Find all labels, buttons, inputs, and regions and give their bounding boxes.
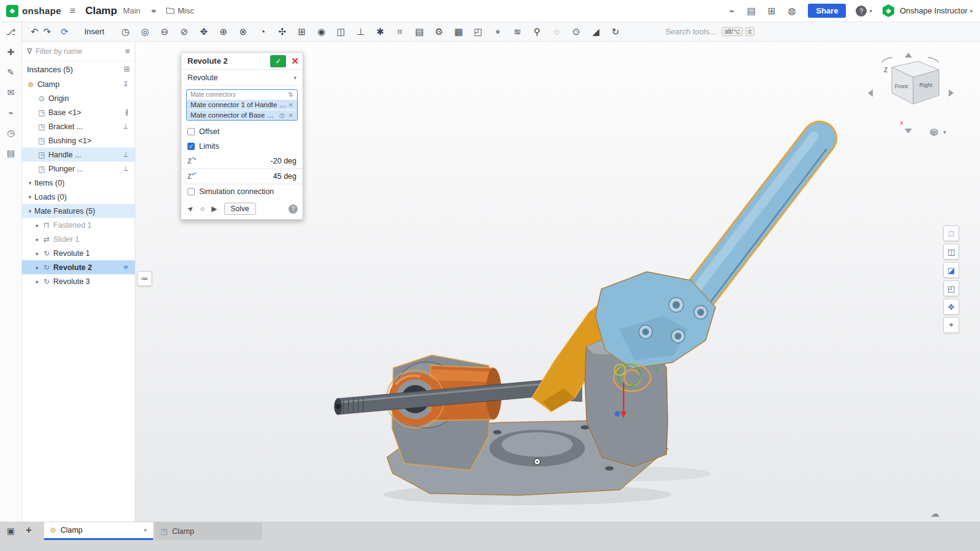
tool-icon[interactable]: ⊕ bbox=[218, 26, 228, 37]
accept-button[interactable]: ✓ bbox=[270, 55, 286, 67]
mate-connector-status-icon[interactable]: ⊥ bbox=[123, 122, 129, 130]
dialog-help-icon[interactable]: ? bbox=[288, 204, 298, 214]
remove-connector-icon[interactable]: ✕ bbox=[288, 112, 293, 119]
tool-icon[interactable]: ◉ bbox=[316, 26, 326, 37]
strip-icon[interactable]: ⎇ bbox=[6, 27, 15, 37]
animate-icon[interactable]: ▶ bbox=[211, 204, 217, 213]
view-cube-right-label[interactable]: Right bbox=[919, 82, 933, 88]
solve-button[interactable]: Solve bbox=[224, 203, 256, 215]
tool-icon[interactable]: ◎ bbox=[140, 26, 150, 37]
reorder-connectors-icon[interactable]: ⇅ bbox=[288, 91, 293, 98]
limit-min-field[interactable]: Z↷ -20 deg bbox=[181, 154, 303, 169]
insert-status-icon[interactable]: ↧ bbox=[123, 80, 129, 88]
selected-feature-context-button[interactable]: ≔ bbox=[137, 271, 152, 286]
tool-icon[interactable]: ⚲ bbox=[532, 26, 542, 37]
limit-max-value[interactable]: 45 deg bbox=[273, 172, 296, 181]
limit-min-value[interactable]: -20 deg bbox=[271, 157, 296, 165]
view-tool-icon[interactable]: ✥ bbox=[943, 299, 959, 315]
mate-connector-row[interactable]: Mate connector of Base <1> ◷ ✕ bbox=[187, 110, 297, 120]
instances-action-icon[interactable]: ⊞ bbox=[124, 65, 130, 73]
handle-part[interactable] bbox=[595, 136, 826, 369]
view-tool-icon[interactable]: ◰ bbox=[943, 280, 959, 296]
view-tool-icon[interactable]: ◪ bbox=[943, 262, 959, 278]
limit-max-field[interactable]: Z↶ 45 deg bbox=[181, 169, 303, 184]
animate-mate-icon[interactable]: ≑ bbox=[123, 263, 129, 271]
tool-icon[interactable]: ◔ bbox=[257, 26, 268, 37]
limits-option[interactable]: ✓ Limits bbox=[181, 139, 303, 154]
strip-icon[interactable]: ◷ bbox=[7, 128, 14, 138]
filter-input[interactable] bbox=[36, 47, 121, 56]
tool-icon[interactable]: ▦ bbox=[453, 26, 464, 37]
caret-down-icon[interactable]: ▾ bbox=[26, 194, 34, 200]
view-cube[interactable]: Front Right Z X bbox=[864, 50, 956, 136]
tree-item-revolute-1[interactable]: ▸ ↻ Revolute 1 bbox=[22, 246, 135, 260]
help-caret-icon[interactable]: ▾ bbox=[869, 8, 872, 14]
tool-icon[interactable]: ▤ bbox=[414, 26, 424, 37]
tab-clamp-assembly[interactable]: ⊚ Clamp ▾ bbox=[44, 522, 153, 540]
tab-manager-icon[interactable]: ▣ bbox=[7, 526, 15, 536]
tool-icon[interactable]: ◫ bbox=[336, 26, 346, 37]
mate-connectors-box[interactable]: Mate connectors ⇅ Mate connector 1 of Ha… bbox=[186, 89, 298, 121]
filter-icon[interactable]: ∇ bbox=[27, 47, 32, 56]
caret-right-icon[interactable]: ▸ bbox=[33, 236, 42, 242]
share-button[interactable]: Share bbox=[808, 4, 846, 18]
caret-down-icon[interactable]: ▾ bbox=[26, 180, 34, 186]
tool-icon[interactable]: ⌖ bbox=[492, 26, 503, 37]
document-title[interactable]: Clamp bbox=[85, 5, 117, 17]
tab-clamp-partstudio[interactable]: ◳ Clamp bbox=[155, 522, 262, 540]
feature-scripts-icon[interactable]: ⌁ bbox=[729, 6, 734, 17]
final-position-icon[interactable]: ➤ bbox=[186, 203, 196, 214]
rotate-left-arrow-icon[interactable] bbox=[868, 89, 873, 97]
tree-item-base[interactable]: ◳ Base <1> ∦ bbox=[22, 105, 135, 119]
tool-icon[interactable]: ◌ bbox=[551, 26, 562, 37]
remove-connector-icon[interactable]: ✕ bbox=[288, 102, 293, 108]
tree-item-fastened-1[interactable]: ▸ ⊓ Fastened 1 bbox=[22, 218, 135, 232]
tool-icon[interactable]: ⊖ bbox=[159, 26, 170, 37]
user-menu-caret-icon[interactable]: ▾ bbox=[970, 8, 973, 14]
limits-checkbox[interactable]: ✓ bbox=[187, 143, 195, 150]
caret-right-icon[interactable]: ▸ bbox=[33, 250, 42, 257]
caret-right-icon[interactable]: ▸ bbox=[33, 279, 42, 285]
tool-icon[interactable]: ⊙ bbox=[571, 26, 581, 37]
roll-ccw-arrow-icon[interactable] bbox=[881, 58, 892, 62]
tree-item-slider-1[interactable]: ▸ ⇄ Slider 1 bbox=[22, 232, 135, 246]
view-tool-icon[interactable]: ◫ bbox=[943, 244, 959, 260]
share-link-icon[interactable]: ⚭ bbox=[150, 6, 157, 16]
insert-button[interactable]: Insert bbox=[80, 25, 110, 38]
tree-section-loads[interactable]: ▾ Loads (0) bbox=[22, 190, 135, 204]
app-store-icon[interactable]: ⊞ bbox=[768, 6, 776, 17]
offset-option[interactable]: Offset bbox=[181, 124, 303, 139]
tool-icon[interactable]: ≋ bbox=[512, 26, 522, 37]
view-menu-button[interactable]: ▾ bbox=[929, 127, 946, 137]
list-view-icon[interactable]: ≡ bbox=[125, 47, 130, 56]
rotate-up-arrow-icon[interactable] bbox=[905, 53, 912, 58]
tool-icon[interactable]: ⊥ bbox=[355, 26, 366, 37]
tool-icon[interactable]: ◢ bbox=[590, 26, 601, 37]
rotate-right-arrow-icon[interactable] bbox=[949, 89, 954, 97]
user-avatar[interactable]: ◆ bbox=[882, 4, 895, 17]
help-icon[interactable]: ? bbox=[856, 6, 867, 17]
tree-item-bracket[interactable]: ◳ Bracket ... ⊥ bbox=[22, 119, 135, 133]
strip-icon[interactable]: ▤ bbox=[7, 148, 15, 158]
tool-icon[interactable]: ✣ bbox=[277, 26, 287, 37]
mate-connector-row[interactable]: Mate connector 1 of Handle <1> ✕ bbox=[187, 99, 297, 110]
tree-item-clamp[interactable]: ⊚ Clamp ↧ bbox=[22, 77, 135, 91]
search-tools-input[interactable] bbox=[665, 27, 719, 36]
redo-icon[interactable]: ↷ bbox=[43, 26, 51, 37]
strip-icon[interactable]: ✉ bbox=[7, 88, 15, 97]
strip-icon[interactable]: ✎ bbox=[7, 67, 15, 77]
folder-name[interactable]: Misc bbox=[178, 6, 194, 15]
simulation-option[interactable]: Simulation connection bbox=[181, 184, 303, 199]
tool-icon[interactable]: ✱ bbox=[375, 26, 385, 37]
main-menu-icon[interactable]: ≡ bbox=[70, 6, 75, 17]
simulation-checkbox[interactable] bbox=[187, 188, 195, 195]
rotate-down-arrow-icon[interactable] bbox=[905, 129, 912, 133]
caret-right-icon[interactable]: ▸ bbox=[33, 264, 42, 271]
tool-icon[interactable]: ◷ bbox=[120, 26, 130, 37]
network-status-icon[interactable]: ◍ bbox=[788, 6, 796, 17]
onshape-logo-icon[interactable]: ◆ bbox=[6, 5, 18, 17]
tree-section-items[interactable]: ▾ Items (0) bbox=[22, 176, 135, 190]
tool-icon[interactable]: ⚙ bbox=[434, 26, 444, 37]
tree-section-mate-features[interactable]: ▾ Mate Features (5) bbox=[22, 204, 135, 218]
tree-item-revolute-3[interactable]: ▸ ↻ Revolute 3 bbox=[22, 274, 135, 288]
